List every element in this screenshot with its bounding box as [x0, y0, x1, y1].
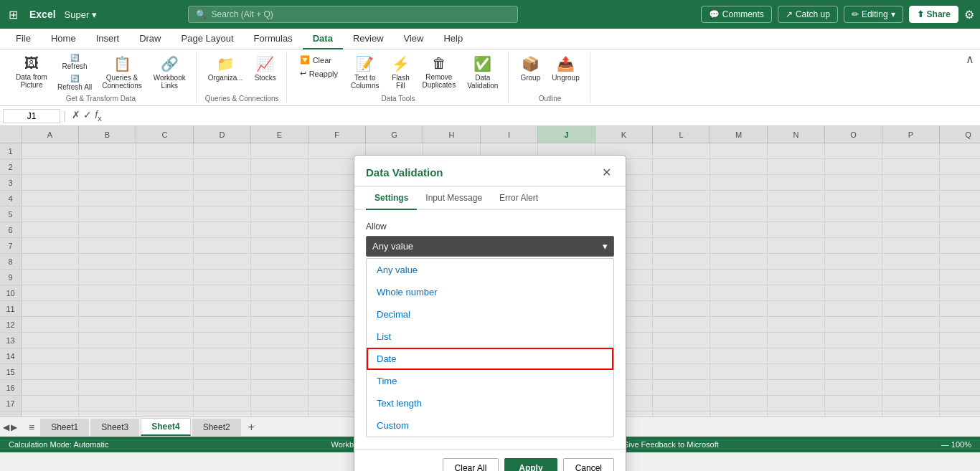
organiza-button[interactable]: 📁 Organiza...: [204, 52, 248, 85]
share-icon: ⬆: [917, 9, 924, 19]
search-bar[interactable]: 🔍: [188, 6, 518, 23]
more-sheets-icon[interactable]: ≡: [24, 422, 39, 433]
allow-chevron-icon: ▾: [603, 241, 608, 252]
prev-sheet-button[interactable]: ◀: [3, 422, 9, 432]
add-sheet-button[interactable]: +: [242, 421, 260, 434]
tab-input-message[interactable]: Input Message: [417, 187, 491, 210]
cell-reference-input[interactable]: [3, 109, 60, 123]
calculation-mode-label: Calculation Mode: Automatic: [9, 440, 108, 449]
group-icon: 📦: [522, 55, 540, 72]
clear-ribbon-button[interactable]: 🔽 Clear: [297, 54, 341, 66]
ribbon: File Home Insert Draw Page Layout Formul…: [0, 29, 980, 106]
flash-fill-icon: ⚡: [392, 55, 410, 72]
reapply-button[interactable]: ↩ Reapply: [297, 67, 341, 80]
sheet-tab-sheet3[interactable]: Sheet3: [90, 419, 139, 436]
ribbon-group-queries: 📁 Organiza... 📈 Stocks Queries & Connect…: [198, 52, 287, 103]
allow-select[interactable]: Any value ▾: [366, 236, 614, 257]
dropdown-item-decimal[interactable]: Decimal: [367, 303, 613, 325]
data-validation-ribbon-button[interactable]: ✅ DataValidation: [463, 52, 502, 92]
profile-chevron: ▾: [92, 9, 97, 20]
search-input[interactable]: [211, 9, 510, 19]
feedback-label: Give Feedback to Microsoft: [623, 440, 719, 449]
refresh-button[interactable]: 🔄 Refresh: [55, 52, 95, 72]
modal-title: Data Validation: [366, 166, 443, 179]
tab-file[interactable]: File: [6, 29, 41, 49]
dropdown-menu: Any value Whole number Decimal List Date…: [366, 258, 614, 437]
modal-close-button[interactable]: ✕: [599, 164, 614, 181]
share-button[interactable]: ⬆ Share: [909, 6, 958, 23]
tab-help[interactable]: Help: [433, 29, 473, 49]
refresh-all-button[interactable]: 🔄 Refresh All: [55, 73, 95, 92]
data-from-picture-button[interactable]: 🖼 Data fromPicture: [11, 52, 52, 92]
tab-page-layout[interactable]: Page Layout: [171, 29, 244, 49]
sheet-tab-sheet1[interactable]: Sheet1: [40, 419, 89, 436]
zoom-control[interactable]: — 100%: [941, 440, 971, 449]
tab-settings[interactable]: Settings: [366, 187, 417, 210]
modal-body: Allow Any value ▾ Any value Whole number…: [354, 210, 626, 449]
ungroup-button[interactable]: 📤 Ungroup: [547, 52, 583, 85]
tab-formulas[interactable]: Formulas: [244, 29, 303, 49]
data-validation-modal: Data Validation ✕ Settings Input Message…: [354, 155, 626, 471]
ribbon-tabs: File Home Insert Draw Page Layout Formul…: [0, 29, 980, 49]
sheet-tab-sheet2[interactable]: Sheet2: [192, 419, 241, 436]
comments-button[interactable]: 💬 💬 Comments Comments: [701, 6, 772, 23]
tab-view[interactable]: View: [394, 29, 434, 49]
formula-check-icon[interactable]: ✗: [72, 109, 80, 123]
dropdown-item-time[interactable]: Time: [367, 370, 613, 392]
data-tools-label: Data Tools: [381, 93, 415, 103]
next-sheet-button[interactable]: ▶: [11, 422, 17, 432]
workbook-links-icon: 🔗: [161, 55, 179, 72]
remove-duplicates-button[interactable]: 🗑 RemoveDuplicates: [418, 52, 460, 92]
cancel-button[interactable]: Cancel: [563, 458, 614, 471]
tab-data[interactable]: Data: [303, 29, 343, 49]
reapply-icon: ↩: [300, 69, 306, 78]
dropdown-item-custom[interactable]: Custom: [367, 414, 613, 437]
editing-button[interactable]: ✏ Editing ▾: [844, 6, 903, 23]
dropdown-item-text-length[interactable]: Text length: [367, 392, 613, 414]
tab-insert[interactable]: Insert: [86, 29, 130, 49]
formula-bar: | ✗ ✓ fx: [0, 106, 980, 126]
sheet-tab-sheet4[interactable]: Sheet4: [141, 418, 190, 436]
tab-review[interactable]: Review: [343, 29, 394, 49]
title-bar-right: 💬 💬 Comments Comments ↗ ↗ Catch up Catch…: [701, 6, 974, 23]
dropdown-item-whole-number[interactable]: Whole number: [367, 281, 613, 303]
data-from-picture-icon: 🖼: [24, 55, 39, 72]
allow-label: Allow: [366, 222, 614, 232]
tab-draw[interactable]: Draw: [129, 29, 171, 49]
outline-label: Outline: [539, 93, 562, 103]
text-to-columns-icon: 📝: [356, 55, 374, 72]
catchup-button[interactable]: ↗ ↗ Catch up Catch up: [778, 6, 838, 23]
refresh-all-icon: 🔄: [70, 75, 79, 82]
queries-icon: 📋: [113, 55, 131, 72]
modal-overlay: Data Validation ✕ Settings Input Message…: [0, 126, 980, 417]
group-button[interactable]: 📦 Group: [516, 52, 545, 85]
gear-icon[interactable]: ⚙: [964, 8, 974, 22]
formula-input[interactable]: [108, 110, 977, 123]
remove-duplicates-icon: 🗑: [432, 55, 446, 72]
profile-name: Super: [65, 9, 90, 20]
ribbon-collapse-icon[interactable]: ∧: [966, 52, 974, 66]
dropdown-item-any-value[interactable]: Any value: [367, 259, 613, 281]
title-bar-left: ⊞ Excel Super ▾: [6, 5, 97, 24]
editing-chevron-icon: ▾: [891, 9, 895, 19]
queries-connections-button[interactable]: 📋 Queries &Connections: [98, 52, 146, 92]
formula-x-icon[interactable]: ✓: [83, 109, 92, 123]
dropdown-item-list[interactable]: List: [367, 325, 613, 348]
ungroup-icon: 📤: [557, 55, 575, 72]
editing-label: Editing: [862, 9, 888, 19]
apply-button[interactable]: Apply: [504, 458, 557, 471]
clear-all-button[interactable]: Clear All: [443, 458, 499, 471]
text-to-columns-button[interactable]: 📝 Text toColumns: [347, 52, 383, 92]
dropdown-item-date[interactable]: Date: [367, 348, 613, 370]
ribbon-group-data-tools: 🔽 Clear ↩ Reapply 📝 Text toColumns ⚡ Fla…: [288, 52, 509, 103]
profile-area[interactable]: Super ▾: [65, 9, 98, 20]
tab-error-alert[interactable]: Error Alert: [491, 187, 547, 210]
stocks-button[interactable]: 📈 Stocks: [250, 52, 281, 85]
waffle-icon[interactable]: ⊞: [6, 5, 21, 24]
flash-fill-button[interactable]: ⚡ FlashFill: [386, 52, 415, 92]
tab-home[interactable]: Home: [41, 29, 86, 49]
modal-footer: Clear All Apply Cancel: [354, 449, 626, 471]
workbook-links-button[interactable]: 🔗 WorkbookLinks: [149, 52, 190, 92]
stocks-icon: 📈: [256, 55, 274, 72]
formula-fx-icon[interactable]: fx: [95, 109, 102, 123]
